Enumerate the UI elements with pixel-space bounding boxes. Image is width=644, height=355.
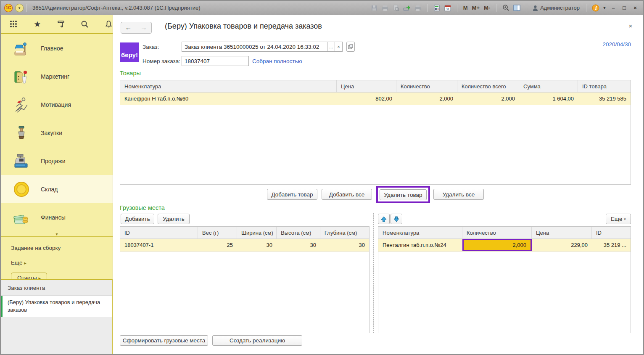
cell-nomenclature[interactable]: Канефрон Н таб.п.о.№60 [120,93,337,105]
sidebar-item-warehouse[interactable]: Склад [1,175,113,203]
nav-back-button[interactable]: ← [121,22,136,33]
assembled-status-link[interactable]: Собран полностью [252,58,302,64]
sidebar-item-finance[interactable]: Финансы [1,203,113,231]
cargo-contents-table: Номенклатура Количество Цена ID Пенталги… [378,226,631,333]
cell-price[interactable]: 802,00 [337,93,396,105]
order-clear-button[interactable]: × [335,42,343,52]
sidebar-item-motivation[interactable]: Мотивация [1,90,113,119]
add-all-button[interactable]: Добавить все [322,189,372,200]
cell-height[interactable]: 30 [277,239,320,251]
favorites-star-icon[interactable]: ★ [33,19,41,29]
sidebar-item-marketing[interactable]: Маркетинг [1,62,113,90]
more-button[interactable]: Еще ▾ [606,214,631,224]
cell-qty-total[interactable]: 2,000 [457,93,519,105]
current-user[interactable]: Администратор [531,5,581,11]
date-link[interactable]: 2020/04/30 [588,41,631,48]
cell-sum[interactable]: 1 604,00 [519,93,578,105]
cell-product-id[interactable]: 35 219 ... [592,239,631,251]
column-header[interactable]: ID товара [578,80,631,92]
cell-price[interactable]: 229,00 [532,239,592,251]
close-window-button[interactable]: × [631,5,640,11]
cell-nomenclature[interactable]: Пенталгин таб.п.п.о.№24 [378,239,462,251]
open-window-item[interactable]: (Беру) Упаковка товаров и передача заказ… [1,296,112,317]
sidebar-item-main[interactable]: Главное [1,34,113,62]
column-header[interactable]: Количество [396,80,457,92]
column-header[interactable]: Количество [462,227,532,238]
sync-link-icon[interactable] [402,3,412,13]
remove-product-button[interactable]: Удалить товар [380,189,427,200]
save-icon[interactable] [370,3,379,13]
cell-depth[interactable]: 30 [320,239,369,251]
notifications-bell-icon[interactable] [105,19,113,29]
memory-m-button[interactable]: M [462,5,469,11]
cell-qty-highlighted[interactable]: 2,000 [462,239,532,251]
cargo-places-header: ID Вес (г) Ширина (см) Высота (см) Глуби… [120,227,369,239]
move-down-button[interactable] [391,214,402,224]
generate-cargo-places-button[interactable]: Сформировать грузовые места [120,335,208,346]
cargo-contents-row[interactable]: Пенталгин таб.п.п.о.№24 2,000 229,00 35 … [378,239,631,252]
column-header[interactable]: Номенклатура [120,80,337,92]
divider [427,4,428,12]
order-choose-button[interactable]: ... [327,42,335,52]
column-header[interactable]: Сумма [519,80,578,92]
sidebar-item-label: Маркетинг [41,73,69,80]
cell-weight[interactable]: 25 [198,239,237,251]
print-icon[interactable] [380,3,390,13]
cargo-places-row[interactable]: 18037407-1 25 30 30 30 [120,239,369,252]
main-menu-dropdown-icon[interactable]: ▾ [15,4,24,12]
minimize-button[interactable]: – [609,5,618,11]
order-label: Заказ: [143,44,159,50]
order-open-icon[interactable] [346,42,355,52]
cargo-remove-button[interactable]: Удалить [158,214,190,224]
create-sale-button[interactable]: Создать реализацию [212,335,302,346]
order-input[interactable] [182,42,327,52]
info-icon[interactable]: i [591,3,600,13]
goods-table-row[interactable]: Канефрон Н таб.п.о.№60 802,00 2,000 2,00… [120,93,631,105]
history-scroll-icon[interactable] [57,19,65,29]
column-header[interactable]: ID [592,227,631,238]
cell-product-id[interactable]: 35 219 585 [578,93,631,105]
sidebar-item-purchases[interactable]: Закупки [1,119,113,147]
column-header[interactable]: Количество всего [457,80,519,92]
column-header[interactable]: Номенклатура [378,227,462,238]
cell-width[interactable]: 30 [237,239,277,251]
more-button-label: Еще [611,216,622,222]
column-header[interactable]: Ширина (см) [237,227,277,238]
column-header[interactable]: Высота (см) [277,227,320,238]
memory-m-plus-button[interactable]: M+ [471,5,481,11]
main-form: ← → (Беру) Упаковка товаров и передача з… [113,15,643,354]
divider [526,4,526,12]
column-header[interactable]: Вес (г) [198,227,237,238]
column-header[interactable]: ID [120,227,198,238]
form-close-icon[interactable]: × [627,22,634,30]
remove-all-button[interactable]: Удалить все [433,189,484,200]
print-export-icon[interactable] [413,3,422,13]
zoom-icon[interactable] [501,3,510,13]
order-number-input[interactable] [182,56,249,66]
maximize-button[interactable]: □ [620,5,629,11]
split-window-icon[interactable] [512,3,521,13]
command-more[interactable]: Еще ▸ [11,260,113,266]
sidebar-commands: Задание на сборку Еще ▸ Отчеты ▸ [1,237,113,283]
add-product-button[interactable]: Добавить товар [267,189,317,200]
command-assembly-task[interactable]: Задание на сборку [11,245,113,251]
goods-section-title: Товары [120,70,141,77]
sections-menu-icon[interactable] [9,19,18,29]
cell-qty[interactable]: 2,000 [396,93,457,105]
goods-table-header: Номенклатура Цена Количество Количество … [120,80,631,93]
search-icon[interactable] [81,19,89,29]
preview-icon[interactable] [391,3,401,13]
move-up-button[interactable] [378,214,390,224]
panel-splitter[interactable] [373,213,374,333]
memory-m-minus-button[interactable]: M- [483,5,491,11]
column-header[interactable]: Глубина (см) [320,227,369,238]
info-caret-icon[interactable]: ▼ [602,3,607,13]
calculator-icon[interactable] [432,3,441,13]
column-header[interactable]: Цена [337,80,396,92]
cell-place-id[interactable]: 18037407-1 [120,239,198,251]
sidebar-item-sales[interactable]: Продажи [1,147,113,175]
cargo-add-button[interactable]: Добавить [121,214,154,224]
column-header[interactable]: Цена [532,227,592,238]
calendar-icon[interactable]: 31 [443,3,452,13]
sidebar-scroll-down-icon[interactable]: ▾ [1,231,113,236]
